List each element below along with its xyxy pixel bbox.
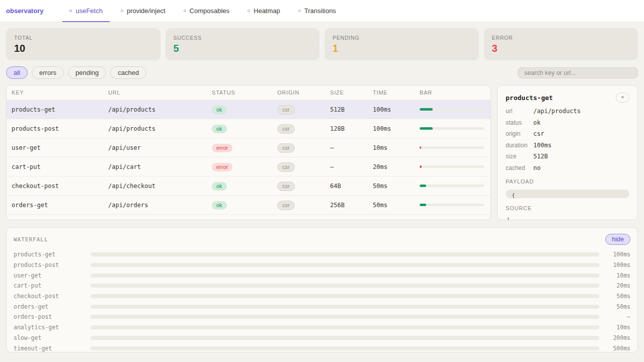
row-size: 512B — [330, 106, 373, 113]
table-body: products-get /api/products ok csr 512B 1… — [7, 100, 491, 220]
duration-bar-track — [420, 165, 484, 168]
table-row[interactable]: checkout-post /api/checkout ok csr 64B 5… — [7, 176, 491, 195]
origin-badge: csr — [277, 220, 295, 221]
filter-pill[interactable]: pending — [68, 66, 106, 79]
detail-field-value: no — [533, 164, 540, 171]
waterfall-row-key: slow-get — [14, 334, 88, 341]
nav-tab[interactable]: Transitions — [291, 0, 343, 22]
detail-field: origin csr — [506, 130, 629, 137]
table-row[interactable]: cart-put /api/cart error csr — 20ms — [7, 157, 491, 176]
stat-value: 1 — [333, 43, 471, 54]
duration-bar-fill — [420, 108, 433, 111]
waterfall-row-key: cart-put — [14, 282, 88, 289]
waterfall-bar — [91, 305, 599, 309]
origin-badge: csr — [277, 143, 295, 153]
hide-button[interactable]: hide — [605, 234, 630, 245]
col-header-size: SIZE — [330, 89, 373, 96]
duration-bar-fill — [420, 204, 426, 206]
waterfall-row-key: timeout-get — [14, 345, 88, 352]
detail-field: duration 100ms — [506, 142, 629, 149]
detail-header: products-get × — [506, 93, 629, 103]
stat-card: ERROR 3 — [484, 28, 638, 60]
main-area: KEY URL STATUS ORIGIN SIZE TIME BAR prod… — [6, 85, 638, 220]
waterfall-bar — [91, 336, 599, 340]
waterfall-row: products-post 100ms — [14, 260, 630, 270]
duration-bar-fill — [420, 185, 426, 187]
row-time: 100ms — [373, 125, 420, 132]
duration-bar-fill — [420, 146, 421, 149]
nav-tab[interactable]: provide/inject — [114, 0, 173, 22]
app-logo: observatory — [6, 0, 43, 22]
table-row[interactable]: user-get /api/user error csr — 10ms — [7, 138, 491, 157]
waterfall-bar — [91, 315, 599, 319]
table-row[interactable]: products-get /api/products ok csr 512B 1… — [7, 100, 491, 119]
stat-value: 10 — [14, 43, 152, 54]
row-url: /api/cart — [108, 163, 212, 170]
duration-bar-track — [420, 185, 484, 187]
tab-circle-icon — [298, 10, 301, 12]
row-size: — — [330, 144, 373, 151]
waterfall-row: timeout-get 500ms — [14, 343, 630, 352]
stat-label: SUCCESS — [174, 35, 312, 41]
col-header-origin: ORIGIN — [277, 89, 330, 96]
waterfall-row-key: orders-get — [14, 303, 88, 310]
search-input[interactable] — [518, 67, 638, 78]
row-time: 50ms — [373, 183, 420, 190]
waterfall-row-time: 100ms — [602, 261, 630, 268]
waterfall-title: WATERFALL — [14, 236, 48, 243]
table-row[interactable]: products-post /api/products ok csr 128B … — [7, 119, 491, 138]
waterfall-row: user-get 10ms — [14, 270, 630, 281]
requests-table: KEY URL STATUS ORIGIN SIZE TIME BAR prod… — [6, 85, 491, 220]
nav-tab[interactable]: Heatmap — [240, 0, 287, 22]
close-icon[interactable]: × — [616, 93, 629, 103]
tab-label: provide/inject — [127, 7, 166, 15]
tab-bar: useFetch provide/inject Composables Heat… — [62, 0, 343, 22]
stat-label: ERROR — [492, 35, 630, 41]
row-url: /api/products — [108, 125, 212, 132]
waterfall-row-time: 50ms — [602, 303, 630, 310]
filter-pill[interactable]: all — [6, 66, 28, 79]
status-badge: ok — [212, 182, 227, 191]
waterfall-row-time: 10ms — [602, 324, 630, 331]
detail-field-label: status — [506, 119, 533, 126]
tab-label: useFetch — [75, 7, 102, 15]
origin-badge: csr — [277, 201, 295, 210]
detail-title: products-get — [506, 94, 553, 102]
col-header-bar: BAR — [420, 89, 486, 96]
row-key: orders-get — [12, 202, 108, 209]
waterfall-row-key: products-get — [14, 251, 88, 258]
table-row[interactable]: orders-get /api/orders ok csr 256B 50ms — [7, 195, 491, 214]
col-header-status: STATUS — [212, 89, 277, 96]
row-size: — — [330, 163, 373, 170]
waterfall-row: orders-post — — [14, 312, 630, 322]
filter-pill[interactable]: cached — [110, 66, 146, 79]
detail-field: cached no — [506, 164, 629, 171]
detail-field: url /api/products — [506, 108, 629, 115]
detail-field-value: 100ms — [533, 142, 551, 149]
detail-field-value: 512B — [533, 153, 548, 160]
payload-box: { — [506, 190, 629, 198]
table-row[interactable]: orders-post /api/orders pending csr — — — [7, 214, 491, 220]
status-badge: ok — [212, 106, 227, 114]
tab-label: Heatmap — [254, 7, 280, 15]
tab-circle-icon — [69, 10, 72, 12]
detail-panel: products-get × url /api/products status … — [497, 85, 638, 220]
row-size: 256B — [330, 202, 373, 209]
nav-tab[interactable]: Composables — [177, 0, 237, 22]
duration-bar-track — [420, 146, 484, 149]
detail-field-label: size — [506, 153, 533, 160]
waterfall-bar — [91, 325, 599, 329]
waterfall-row-time: 500ms — [602, 345, 630, 352]
waterfall-bar — [91, 294, 599, 298]
origin-badge: csr — [277, 105, 295, 115]
waterfall-row: checkout-post 50ms — [14, 291, 630, 302]
nav-tab[interactable]: useFetch — [62, 0, 109, 22]
filter-pill[interactable]: errors — [32, 66, 64, 79]
waterfall-rows: products-get 100ms products-post 100ms u… — [14, 249, 630, 352]
waterfall-row: analytics-get 10ms — [14, 322, 630, 333]
row-url: /api/orders — [108, 202, 212, 209]
waterfall-row-key: checkout-post — [14, 293, 88, 300]
tab-label: Transitions — [304, 7, 336, 15]
status-badge: ok — [212, 125, 227, 133]
source-section-label: SOURCE — [506, 205, 629, 211]
